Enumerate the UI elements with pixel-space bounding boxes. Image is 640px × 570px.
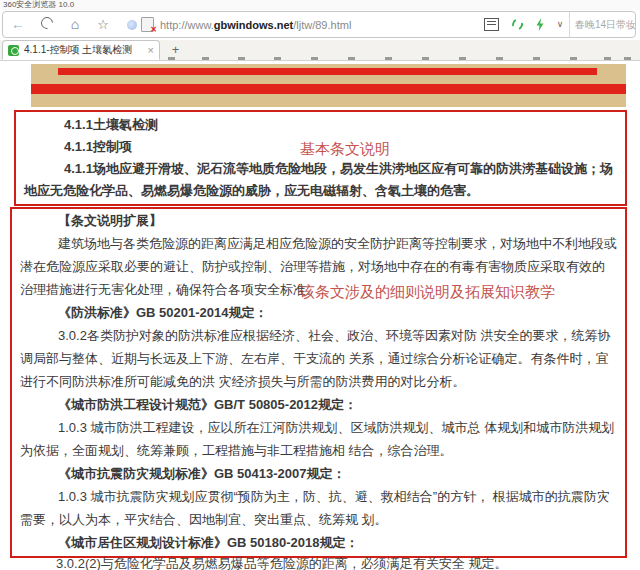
chevron-down-icon[interactable]: ∨ xyxy=(551,12,569,37)
window-title: 360安全浏览器 10.0 xyxy=(0,0,640,10)
standard-body: 1.0.3 城市防洪工程建设，应以所在江河防洪规划、区域防洪规划、城市总 体规划… xyxy=(20,416,617,462)
new-tab-button[interactable]: + xyxy=(167,42,184,58)
standard-heading: 《防洪标准》GB 50201-2014规定： xyxy=(20,301,617,324)
bookmark-star-icon[interactable]: ☆ xyxy=(89,12,117,37)
standard-heading: 《城市防洪工程设计规范》GB/T 50805-2012规定： xyxy=(20,393,617,416)
site-favicon xyxy=(127,20,137,30)
page-banner xyxy=(31,64,626,107)
url-domain: gbwindows.net xyxy=(214,19,293,31)
tab-title: 4.1.1-控制项 土壤氡检测 xyxy=(19,43,144,57)
url-path: /ljtw/89.html xyxy=(293,19,351,31)
accelerate-icon[interactable] xyxy=(535,18,545,31)
back-icon[interactable]: ← xyxy=(3,12,33,37)
url-input[interactable]: http://www.gbwindows.net/ljtw/89.html xyxy=(160,19,477,31)
address-bar[interactable]: ← ⌂ ☆ ✕ http://www.gbwindows.net/ljtw/89… xyxy=(2,11,636,38)
clause-title: 4.1.1土壤氡检测 xyxy=(24,114,617,136)
tab-favicon xyxy=(8,45,19,56)
hot-search-text[interactable]: 春晚14日带妆 xyxy=(570,12,635,37)
standard-heading: 《城市抗震防灾规划标准》GB 50413-2007规定： xyxy=(20,462,617,485)
trailing-clause-text: 3.0.2(2)与危险化学品及易燃易爆品等危险源的距离，必须满足有关安全 规定。 xyxy=(10,557,630,570)
home-icon[interactable]: ⌂ xyxy=(61,12,89,37)
speed-mode-icon[interactable] xyxy=(510,17,525,32)
tab-active[interactable]: 4.1.1-控制项 土壤氡检测 × xyxy=(2,40,160,60)
annotation-expansion: 该条文涉及的细则说明及拓展知识教学 xyxy=(300,281,555,304)
certificate-error-icon[interactable]: ✕ xyxy=(141,17,154,32)
banner-stripe-thin xyxy=(58,68,597,75)
reading-mode-icon[interactable] xyxy=(484,18,499,31)
explanation-box: 【条文说明扩展】 建筑场地与各类危险源的距离应满足相应危险源的安全防护距离等控制… xyxy=(10,207,627,558)
standard-heading: 《城市居住区规划设计标准》GB 50180-2018规定： xyxy=(20,531,617,554)
certificate-error-mark: ✕ xyxy=(150,25,157,34)
standard-body: 3.0.2各类防护对象的防洪标准应根据经济、社会、政治、环境等因素对防 洪安全的… xyxy=(20,324,617,393)
tab-close-icon[interactable]: × xyxy=(144,44,154,56)
annotation-basic-clause: 基本条文说明 xyxy=(300,138,390,160)
clause-box: 4.1.1土壤氡检测 4.1.1控制项 4.1.1场地应避开滑坡、泥石流等地质危… xyxy=(14,110,627,206)
banner-stripe-thick xyxy=(31,84,626,94)
explanation-tag: 【条文说明扩展】 xyxy=(20,209,617,232)
standard-body: 1.0.3 城市抗震防灾规划应贯彻“预防为主，防、抗、避、救相结合”的方针， 根… xyxy=(20,485,617,531)
refresh-icon[interactable] xyxy=(33,12,61,37)
url-prefix: http://www. xyxy=(160,19,214,31)
clause-text: 4.1.1场地应避开滑坡、泥石流等地质危险地段，易发生洪涝地区应有可靠的防洪涝基… xyxy=(24,158,617,202)
